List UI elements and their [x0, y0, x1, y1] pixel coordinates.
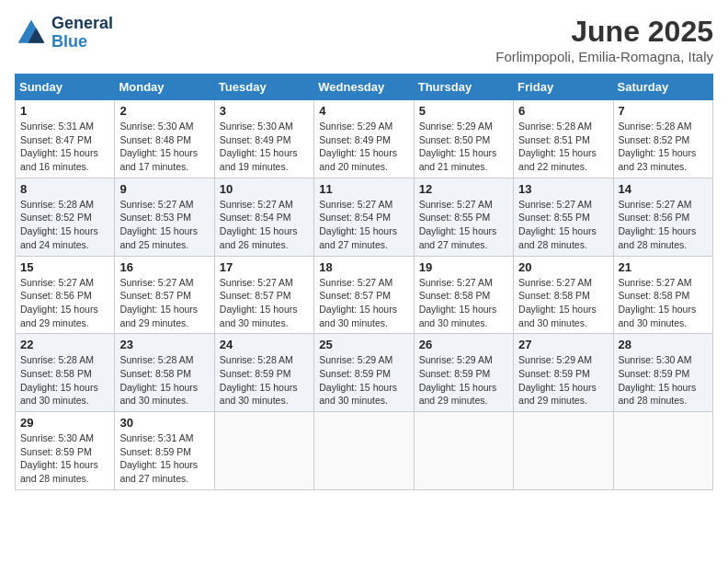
day-info: Sunrise: 5:27 AM Sunset: 8:57 PM Dayligh… — [319, 276, 408, 330]
day-number: 29 — [20, 416, 109, 430]
day-info: Sunrise: 5:29 AM Sunset: 8:59 PM Dayligh… — [419, 353, 508, 408]
day-number: 4 — [319, 104, 408, 118]
day-number: 19 — [419, 260, 508, 274]
calendar-cell: 29 Sunrise: 5:30 AM Sunset: 8:59 PM Dayl… — [16, 412, 115, 490]
calendar-cell: 7 Sunrise: 5:28 AM Sunset: 8:52 PM Dayli… — [613, 100, 712, 178]
day-number: 13 — [518, 182, 608, 196]
calendar-week-row: 8 Sunrise: 5:28 AM Sunset: 8:52 PM Dayli… — [16, 178, 713, 256]
day-info: Sunrise: 5:27 AM Sunset: 8:56 PM Dayligh… — [20, 276, 109, 330]
day-info: Sunrise: 5:27 AM Sunset: 8:55 PM Dayligh… — [518, 198, 608, 252]
calendar-week-row: 15 Sunrise: 5:27 AM Sunset: 8:56 PM Dayl… — [16, 256, 713, 334]
day-info: Sunrise: 5:27 AM Sunset: 8:58 PM Dayligh… — [518, 276, 608, 330]
calendar-cell: 24 Sunrise: 5:28 AM Sunset: 8:59 PM Dayl… — [214, 334, 313, 412]
day-number: 30 — [119, 416, 209, 430]
calendar-cell — [514, 412, 613, 490]
day-info: Sunrise: 5:28 AM Sunset: 8:59 PM Dayligh… — [220, 353, 309, 408]
col-wednesday: Wednesday — [314, 75, 414, 100]
day-info: Sunrise: 5:27 AM Sunset: 8:53 PM Dayligh… — [119, 198, 209, 252]
day-number: 10 — [220, 182, 309, 196]
day-info: Sunrise: 5:27 AM Sunset: 8:54 PM Dayligh… — [319, 198, 408, 252]
col-sunday: Sunday — [16, 75, 115, 100]
col-tuesday: Tuesday — [214, 75, 313, 100]
day-number: 20 — [518, 260, 608, 274]
location-subtitle: Forlimpopoli, Emilia-Romagna, Italy — [495, 49, 713, 64]
day-info: Sunrise: 5:29 AM Sunset: 8:59 PM Dayligh… — [518, 353, 608, 408]
col-monday: Monday — [115, 75, 214, 100]
calendar-cell: 19 Sunrise: 5:27 AM Sunset: 8:58 PM Dayl… — [414, 256, 513, 334]
day-number: 18 — [319, 260, 408, 274]
day-number: 25 — [319, 338, 408, 351]
logo-icon — [15, 17, 48, 50]
calendar-cell: 13 Sunrise: 5:27 AM Sunset: 8:55 PM Dayl… — [514, 178, 613, 256]
logo-text: General Blue — [51, 15, 113, 52]
logo-line1: General — [51, 15, 113, 33]
calendar-cell: 23 Sunrise: 5:28 AM Sunset: 8:58 PM Dayl… — [115, 334, 214, 412]
day-number: 21 — [619, 260, 708, 274]
day-info: Sunrise: 5:31 AM Sunset: 8:47 PM Dayligh… — [20, 120, 109, 174]
day-info: Sunrise: 5:30 AM Sunset: 8:59 PM Dayligh… — [20, 431, 109, 486]
day-number: 15 — [20, 260, 109, 274]
day-number: 17 — [220, 260, 309, 274]
calendar-cell: 20 Sunrise: 5:27 AM Sunset: 8:58 PM Dayl… — [514, 256, 613, 334]
day-info: Sunrise: 5:27 AM Sunset: 8:57 PM Dayligh… — [220, 276, 309, 330]
col-saturday: Saturday — [613, 75, 712, 100]
calendar-week-row: 1 Sunrise: 5:31 AM Sunset: 8:47 PM Dayli… — [16, 100, 713, 178]
day-info: Sunrise: 5:31 AM Sunset: 8:59 PM Dayligh… — [119, 431, 209, 486]
calendar-cell: 8 Sunrise: 5:28 AM Sunset: 8:52 PM Dayli… — [16, 178, 115, 256]
calendar-cell: 2 Sunrise: 5:30 AM Sunset: 8:48 PM Dayli… — [115, 100, 214, 178]
month-title: June 2025 — [495, 15, 713, 49]
day-info: Sunrise: 5:27 AM Sunset: 8:57 PM Dayligh… — [119, 276, 209, 330]
calendar-cell: 12 Sunrise: 5:27 AM Sunset: 8:55 PM Dayl… — [414, 178, 513, 256]
day-info: Sunrise: 5:28 AM Sunset: 8:52 PM Dayligh… — [20, 198, 109, 252]
calendar-cell — [414, 412, 513, 490]
day-info: Sunrise: 5:27 AM Sunset: 8:55 PM Dayligh… — [419, 198, 508, 252]
calendar-cell: 4 Sunrise: 5:29 AM Sunset: 8:49 PM Dayli… — [314, 100, 414, 178]
day-number: 12 — [419, 182, 508, 196]
day-number: 9 — [119, 182, 209, 196]
day-number: 22 — [20, 338, 109, 351]
day-info: Sunrise: 5:30 AM Sunset: 8:59 PM Dayligh… — [619, 353, 708, 408]
day-number: 26 — [419, 338, 508, 351]
day-info: Sunrise: 5:28 AM Sunset: 8:58 PM Dayligh… — [20, 353, 109, 408]
logo: General Blue — [15, 15, 113, 52]
day-info: Sunrise: 5:29 AM Sunset: 8:50 PM Dayligh… — [419, 120, 508, 174]
day-info: Sunrise: 5:29 AM Sunset: 8:49 PM Dayligh… — [319, 120, 408, 174]
calendar-cell: 6 Sunrise: 5:28 AM Sunset: 8:51 PM Dayli… — [514, 100, 613, 178]
calendar-cell: 1 Sunrise: 5:31 AM Sunset: 8:47 PM Dayli… — [16, 100, 115, 178]
calendar-cell: 27 Sunrise: 5:29 AM Sunset: 8:59 PM Dayl… — [514, 334, 613, 412]
calendar-week-row: 22 Sunrise: 5:28 AM Sunset: 8:58 PM Dayl… — [16, 334, 713, 412]
day-number: 5 — [419, 104, 508, 118]
day-number: 7 — [619, 104, 708, 118]
day-number: 3 — [220, 104, 309, 118]
calendar-cell: 18 Sunrise: 5:27 AM Sunset: 8:57 PM Dayl… — [314, 256, 414, 334]
day-number: 23 — [119, 338, 209, 351]
page-header: General Blue June 2025 Forlimpopoli, Emi… — [15, 15, 713, 64]
day-info: Sunrise: 5:28 AM Sunset: 8:51 PM Dayligh… — [518, 120, 608, 174]
calendar-cell: 28 Sunrise: 5:30 AM Sunset: 8:59 PM Dayl… — [613, 334, 712, 412]
day-info: Sunrise: 5:27 AM Sunset: 8:58 PM Dayligh… — [419, 276, 508, 330]
calendar-week-row: 29 Sunrise: 5:30 AM Sunset: 8:59 PM Dayl… — [16, 412, 713, 490]
day-number: 6 — [518, 104, 608, 118]
calendar-cell: 15 Sunrise: 5:27 AM Sunset: 8:56 PM Dayl… — [16, 256, 115, 334]
day-number: 1 — [20, 104, 109, 118]
calendar-cell — [214, 412, 313, 490]
calendar-cell: 17 Sunrise: 5:27 AM Sunset: 8:57 PM Dayl… — [214, 256, 313, 334]
calendar-table: Sunday Monday Tuesday Wednesday Thursday… — [15, 74, 713, 490]
calendar-cell: 21 Sunrise: 5:27 AM Sunset: 8:58 PM Dayl… — [613, 256, 712, 334]
day-number: 24 — [220, 338, 309, 351]
day-number: 11 — [319, 182, 408, 196]
day-info: Sunrise: 5:28 AM Sunset: 8:52 PM Dayligh… — [619, 120, 708, 174]
day-info: Sunrise: 5:30 AM Sunset: 8:48 PM Dayligh… — [119, 120, 209, 174]
day-number: 16 — [119, 260, 209, 274]
title-block: June 2025 Forlimpopoli, Emilia-Romagna, … — [495, 15, 713, 64]
day-number: 14 — [619, 182, 708, 196]
calendar-cell: 22 Sunrise: 5:28 AM Sunset: 8:58 PM Dayl… — [16, 334, 115, 412]
calendar-cell: 11 Sunrise: 5:27 AM Sunset: 8:54 PM Dayl… — [314, 178, 414, 256]
day-number: 27 — [518, 338, 608, 351]
col-thursday: Thursday — [414, 75, 513, 100]
calendar-cell — [314, 412, 414, 490]
calendar-cell: 26 Sunrise: 5:29 AM Sunset: 8:59 PM Dayl… — [414, 334, 513, 412]
calendar-cell: 30 Sunrise: 5:31 AM Sunset: 8:59 PM Dayl… — [115, 412, 214, 490]
calendar-header-row: Sunday Monday Tuesday Wednesday Thursday… — [16, 75, 713, 100]
calendar-cell: 10 Sunrise: 5:27 AM Sunset: 8:54 PM Dayl… — [214, 178, 313, 256]
